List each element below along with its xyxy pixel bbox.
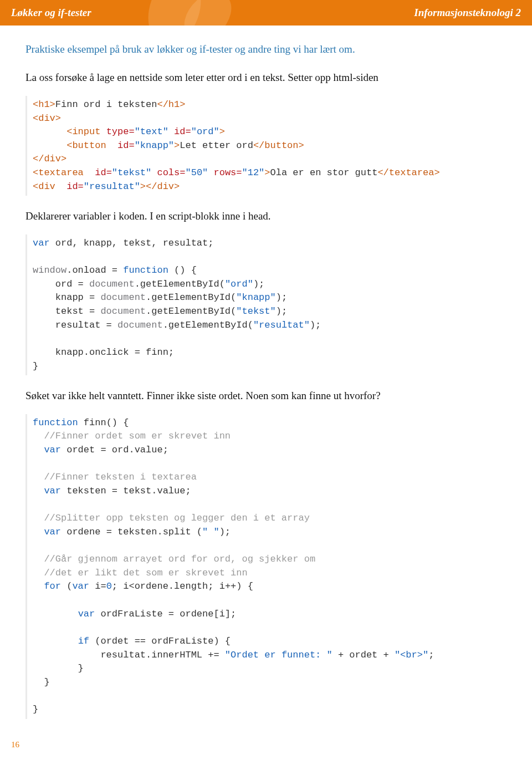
string: "knapp" bbox=[135, 140, 174, 151]
tag: > bbox=[174, 140, 180, 151]
string: "Ordet er funnet: " bbox=[225, 650, 332, 660]
attr: id= bbox=[61, 181, 84, 192]
attr: id= bbox=[168, 126, 191, 137]
tag: </div> bbox=[33, 154, 66, 164]
tag: > bbox=[264, 167, 270, 178]
tag: <h1> bbox=[33, 99, 55, 110]
tag: <input bbox=[66, 126, 106, 137]
tag: <div> bbox=[33, 113, 61, 124]
prop: document bbox=[100, 292, 146, 303]
string: "text" bbox=[135, 126, 168, 137]
code-text: ordene = teksten.split ( bbox=[61, 527, 202, 537]
code-text: ( bbox=[61, 581, 72, 592]
code-text: teksten = tekst.value; bbox=[61, 486, 191, 496]
keyword: for bbox=[44, 581, 61, 592]
tag: <button bbox=[66, 140, 112, 151]
code-text: finn() { bbox=[78, 417, 129, 428]
indent bbox=[33, 126, 66, 137]
code-text: resultat.innerHTML += bbox=[33, 650, 225, 660]
code-text: + ordet + bbox=[332, 650, 395, 660]
comment: //Finner ordet som er skrevet inn bbox=[33, 431, 231, 441]
content-area: Praktiske eksempel på bruk av løkker og … bbox=[0, 26, 532, 737]
code-text: knapp = bbox=[33, 292, 100, 303]
code-block-function: function finn() { //Finner ordet som er … bbox=[25, 414, 507, 719]
number: 0 bbox=[106, 581, 112, 592]
code-text: i= bbox=[89, 581, 106, 592]
attr: id= bbox=[112, 140, 135, 151]
tag: </button> bbox=[253, 140, 304, 151]
code-text: ); bbox=[253, 279, 264, 289]
code-text: ; bbox=[428, 650, 434, 660]
code-text: ); bbox=[276, 306, 287, 317]
prop: document bbox=[89, 279, 135, 289]
string: "<br>" bbox=[395, 650, 428, 660]
code-text: resultat = bbox=[33, 320, 117, 330]
string: "12" bbox=[242, 167, 265, 178]
code-text: () { bbox=[168, 265, 197, 276]
paragraph-1: La oss forsøke å lage en nettside som le… bbox=[25, 69, 507, 85]
code-text: .getElementById( bbox=[146, 292, 236, 303]
code-text: } bbox=[33, 663, 84, 674]
code-text: } bbox=[33, 704, 38, 715]
code-text: ordet = ord.value; bbox=[61, 445, 168, 455]
code-text: Finn ord i teksten bbox=[55, 99, 157, 110]
string: "ord" bbox=[225, 279, 253, 289]
code-text: ord, knapp, tekst, resultat; bbox=[50, 238, 214, 248]
string: " " bbox=[202, 527, 219, 537]
code-text: ); bbox=[276, 292, 287, 303]
tag: <textarea bbox=[33, 167, 89, 178]
tag: <div bbox=[33, 181, 61, 192]
page-header: Løkker og if-tester Informasjonsteknolog… bbox=[0, 0, 532, 26]
attr: cols= bbox=[151, 167, 185, 178]
string: "50" bbox=[185, 167, 208, 178]
code-block-html: <h1>Finn ord i teksten</h1> <div> <input… bbox=[25, 96, 507, 196]
header-left-title: Løkker og if-tester bbox=[11, 7, 91, 19]
prop: window bbox=[33, 265, 66, 276]
header-right-title: Informasjonsteknologi 2 bbox=[414, 7, 521, 19]
code-text: ; i<ordene.length; i++) { bbox=[112, 581, 253, 592]
code-text: } bbox=[33, 677, 50, 687]
string: "resultat" bbox=[84, 181, 140, 192]
code-text: ord = bbox=[33, 279, 89, 289]
keyword: var bbox=[72, 581, 89, 592]
code-text: ); bbox=[310, 320, 321, 330]
paragraph-3: Søket var ikke helt vanntett. Finner ikk… bbox=[25, 387, 507, 404]
intro-paragraph: Praktiske eksempel på bruk av løkker og … bbox=[25, 41, 507, 57]
tag: ></div> bbox=[140, 181, 180, 192]
string: "tekst" bbox=[112, 167, 151, 178]
code-text: (ordet == ordFraListe) { bbox=[89, 636, 231, 646]
indent bbox=[33, 140, 66, 151]
keyword: var bbox=[44, 445, 61, 455]
code-text: Let etter ord bbox=[180, 140, 253, 151]
keyword: var bbox=[44, 527, 61, 537]
keyword: var bbox=[78, 609, 95, 619]
code-text: ); bbox=[219, 527, 231, 537]
prop: document bbox=[100, 306, 146, 317]
code-text: .getElementById( bbox=[135, 279, 225, 289]
comment: //Finner teksten i textarea bbox=[33, 472, 197, 482]
keyword: var bbox=[33, 238, 50, 248]
keyword: function bbox=[123, 265, 168, 276]
code-block-vars: var ord, knapp, tekst, resultat; window.… bbox=[25, 234, 507, 375]
keyword: if bbox=[78, 636, 89, 646]
code-text: } bbox=[33, 361, 38, 371]
code-text: Ola er en stor gutt bbox=[270, 167, 378, 178]
attr: type= bbox=[106, 126, 135, 137]
code-text: knapp.onclick = finn; bbox=[33, 347, 174, 358]
attr: id= bbox=[89, 167, 112, 178]
string: "tekst" bbox=[236, 306, 275, 317]
code-text: tekst = bbox=[33, 306, 100, 317]
tag: </textarea> bbox=[377, 167, 439, 178]
code-text: .onload = bbox=[66, 265, 123, 276]
code-text: .getElementById( bbox=[146, 306, 236, 317]
string: "resultat" bbox=[253, 320, 310, 330]
comment: //det er likt det som er skrevet inn bbox=[33, 568, 248, 578]
attr: rows= bbox=[208, 167, 242, 178]
tag: > bbox=[219, 126, 225, 137]
tag: </h1> bbox=[157, 99, 185, 110]
paragraph-2: Deklarerer variabler i koden. I en scrip… bbox=[25, 208, 507, 224]
keyword: function bbox=[33, 417, 78, 428]
page-number: 16 bbox=[0, 737, 532, 755]
keyword: var bbox=[44, 486, 61, 496]
prop: document bbox=[117, 320, 163, 330]
